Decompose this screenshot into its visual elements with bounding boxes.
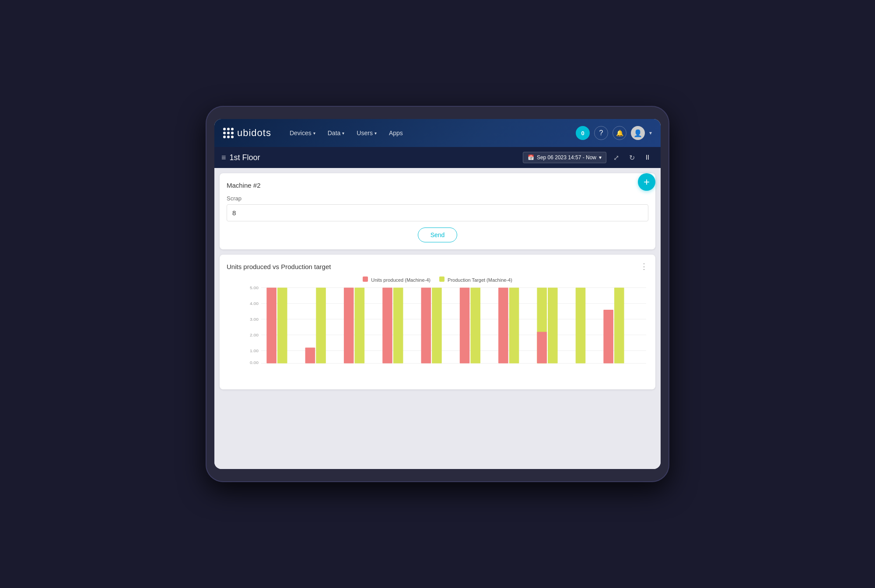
- subheader-controls: 📅 Sep 06 2023 14:57 - Now ▾ ⤢ ↻ ⏸: [523, 151, 654, 164]
- input-widget: Machine #2 ⋮ Scrap Send: [220, 173, 655, 249]
- svg-rect-23: [470, 288, 480, 364]
- nav-right: 0 ? 🔔 👤 ▾: [576, 126, 652, 140]
- tablet-frame: ubidots Devices ▾ Data ▾ Users ▾ Apps: [206, 106, 669, 482]
- logo-text: ubidots: [237, 127, 271, 139]
- main-content: + Machine #2 ⋮ Scrap Send Units produced…: [214, 168, 661, 469]
- svg-text:0.00: 0.00: [250, 360, 259, 365]
- svg-rect-26: [509, 288, 519, 364]
- svg-rect-27: [537, 332, 547, 363]
- svg-rect-15: [316, 288, 326, 364]
- chart-widget-header: Units produced vs Production target ⋮: [227, 262, 648, 271]
- svg-rect-14: [305, 347, 315, 363]
- legend-produced-dot: [363, 276, 368, 282]
- chart-widget: Units produced vs Production target ⋮ Un…: [220, 255, 655, 389]
- svg-rect-20: [421, 288, 431, 364]
- svg-rect-19: [393, 288, 403, 364]
- chart-widget-title: Units produced vs Production target: [227, 263, 331, 270]
- svg-text:1.00: 1.00: [250, 349, 259, 353]
- data-caret: ▾: [342, 131, 344, 136]
- expand-button[interactable]: ⤢: [610, 151, 622, 164]
- dashboard-title: 1st Floor: [230, 153, 260, 162]
- scrap-label: Scrap: [227, 195, 648, 202]
- svg-rect-18: [382, 288, 392, 364]
- nav-links: Devices ▾ Data ▾ Users ▾ Apps: [284, 126, 576, 140]
- svg-rect-12: [266, 288, 276, 364]
- dashboard-title-area: ≡ 1st Floor: [221, 153, 523, 162]
- calendar-icon: 📅: [528, 154, 534, 161]
- nav-users[interactable]: Users ▾: [351, 126, 382, 140]
- datetime-caret: ▾: [599, 154, 602, 161]
- nav-data[interactable]: Data ▾: [322, 126, 350, 140]
- notification-badge[interactable]: 0: [576, 126, 590, 140]
- avatar-caret: ▾: [649, 130, 652, 136]
- pause-button[interactable]: ⏸: [641, 151, 654, 164]
- input-widget-header: Machine #2 ⋮: [227, 180, 648, 190]
- datetime-text: Sep 06 2023 14:57 - Now: [537, 154, 596, 161]
- legend-produced: Units produced (Machine-4): [363, 276, 430, 283]
- svg-rect-28: [548, 288, 558, 364]
- svg-text:4.00: 4.00: [250, 301, 259, 306]
- svg-rect-29: [576, 288, 586, 364]
- logo-area: ubidots: [223, 127, 271, 139]
- legend-target: Production Target (Machine-4): [439, 276, 512, 283]
- svg-rect-30: [603, 310, 613, 363]
- chart-legend: Units produced (Machine-4) Production Ta…: [227, 276, 648, 283]
- user-avatar[interactable]: 👤: [631, 126, 645, 140]
- svg-text:3.00: 3.00: [250, 317, 259, 322]
- notification-button[interactable]: 🔔: [612, 126, 626, 140]
- input-widget-title: Machine #2: [227, 182, 261, 189]
- svg-rect-25: [498, 288, 508, 364]
- send-button[interactable]: Send: [418, 228, 458, 242]
- subheader: ≡ 1st Floor 📅 Sep 06 2023 14:57 - Now ▾ …: [214, 147, 661, 168]
- legend-target-dot: [439, 276, 444, 282]
- datetime-picker[interactable]: 📅 Sep 06 2023 14:57 - Now ▾: [523, 152, 606, 163]
- svg-rect-13: [277, 288, 287, 364]
- users-caret: ▾: [374, 131, 377, 136]
- svg-rect-22: [460, 288, 470, 364]
- scrap-input[interactable]: [227, 204, 648, 221]
- screen: ubidots Devices ▾ Data ▾ Users ▾ Apps: [214, 119, 661, 469]
- menu-icon[interactable]: ≡: [221, 153, 226, 162]
- chart-widget-menu[interactable]: ⋮: [640, 262, 648, 271]
- svg-rect-17: [355, 288, 365, 364]
- logo-icon: [223, 128, 234, 138]
- chart-area: 5.00 4.00 3.00 2.00 1.00 0.00: [227, 286, 648, 382]
- add-widget-button[interactable]: +: [638, 173, 655, 191]
- svg-rect-16: [344, 288, 354, 364]
- refresh-button[interactable]: ↻: [626, 151, 638, 164]
- svg-rect-21: [432, 288, 442, 364]
- devices-caret: ▾: [313, 131, 315, 136]
- nav-devices[interactable]: Devices ▾: [284, 126, 321, 140]
- svg-text:2.00: 2.00: [250, 333, 259, 337]
- help-button[interactable]: ?: [594, 126, 608, 140]
- chart-svg: 5.00 4.00 3.00 2.00 1.00 0.00: [244, 286, 648, 365]
- svg-rect-31: [614, 288, 624, 364]
- navbar: ubidots Devices ▾ Data ▾ Users ▾ Apps: [214, 119, 661, 147]
- svg-text:5.00: 5.00: [250, 286, 259, 290]
- nav-apps[interactable]: Apps: [384, 126, 408, 140]
